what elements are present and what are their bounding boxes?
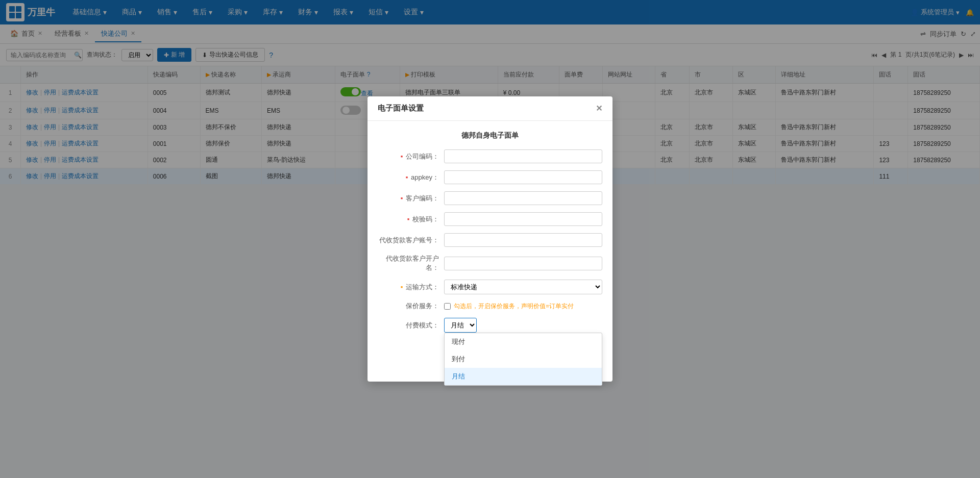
modal-subtitle: 德邦自身电子面单 — [378, 131, 602, 140]
modal-overlay: 电子面单设置 ✕ 德邦自身电子面单 ▪ 公司编码： ▪ appkey： — [0, 0, 980, 184]
form-row-company-code: ▪ 公司编码： — [378, 149, 602, 163]
appkey-label: ▪ appkey： — [378, 173, 444, 182]
modal-body: 德邦自身电子面单 ▪ 公司编码： ▪ appkey： ▪ 客户编码： — [368, 121, 612, 184]
form-row-appkey: ▪ appkey： — [378, 170, 602, 184]
modal-title: 电子面单设置 — [378, 104, 424, 113]
modal-header: 电子面单设置 ✕ — [368, 96, 612, 121]
company-code-label: ▪ 公司编码： — [378, 152, 444, 161]
electronic-slip-modal: 电子面单设置 ✕ 德邦自身电子面单 ▪ 公司编码： ▪ appkey： — [368, 96, 612, 184]
appkey-input[interactable] — [444, 170, 602, 184]
modal-close-button[interactable]: ✕ — [596, 104, 602, 113]
company-code-input[interactable] — [444, 149, 602, 163]
